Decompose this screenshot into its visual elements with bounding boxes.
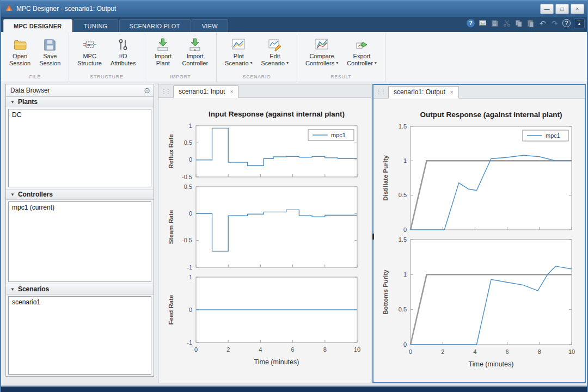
svg-text:c: c [358,44,360,48]
minimize-button[interactable]: — [540,4,554,14]
plants-section-label: Plants [18,98,38,106]
redo-icon[interactable]: ↷ [550,19,559,28]
cut-icon[interactable] [502,19,511,28]
ribbon-tabbar: MPC DESIGNER TUNING SCENARIO PLOT VIEW ?… [1,17,587,32]
svg-text:Bottoms Purity: Bottoms Purity [382,270,389,315]
edit-scenario-icon [268,37,282,52]
button-label-line: Attributes [111,60,136,67]
svg-text:6: 6 [506,348,509,355]
button-label-line: Compare [309,53,334,60]
subplot: 1.510.50mpc1Distillate Purity [378,123,580,236]
minimize-ribbon-button[interactable]: ▲ [574,19,585,28]
scenario-list-item[interactable]: scenario1 [9,297,151,308]
svg-text:1.5: 1.5 [399,123,407,130]
plot-scenario-icon [231,37,246,52]
controller-list-item[interactable]: mpc1 (current) [9,202,151,213]
help-circle-icon[interactable]: ? [562,19,571,28]
svg-text:Time (minutes): Time (minutes) [469,360,514,368]
close-tab-icon[interactable]: × [230,89,233,95]
svg-text:-0.5: -0.5 [182,174,192,180]
svg-text:0.5: 0.5 [399,306,407,313]
open-session-button[interactable]: Open Session [6,35,34,68]
svg-text:-1: -1 [187,264,192,271]
paste-icon[interactable] [526,19,535,28]
group-label-file: FILE [1,73,69,82]
tab-scenario1-input[interactable]: scenario1: Input × [173,85,238,98]
quick-access-toolbar: ? ↶ ↷ ? ▲ [466,17,585,32]
splitter-handle[interactable] [372,234,374,240]
edit-scenario-button[interactable]: Edit Scenario▾ [258,35,292,68]
titlebar: MPC Designer - scenario1: Output — □ × [1,1,587,17]
ribbon: Open Session Save Session FILE MPC [1,32,587,82]
button-label-line: Controllers▾ [305,60,338,67]
collapse-triangle-icon: ▼ [10,100,15,105]
input-doc-tabbar: ⋮⋮ scenario1: Input × [158,84,371,98]
help-icon[interactable]: ? [466,19,475,28]
drag-handle-icon[interactable]: ⋮⋮ [376,89,385,95]
button-label-line: Plot [234,53,244,60]
button-label-line: Controller [182,60,208,67]
output-response-title: Output Response (against internal plant) [411,111,572,119]
input-chart-area: Input Response (against internal plant) … [158,98,371,383]
io-attributes-button[interactable]: I/O Attributes [107,35,139,68]
controllers-list[interactable]: mpc1 (current) [8,201,151,282]
plants-list[interactable]: DC [8,109,151,187]
drag-handle-icon[interactable]: ⋮⋮ [161,88,170,94]
button-label-line: Structure [77,60,102,67]
input-document-panel: ⋮⋮ scenario1: Input × Input Response (ag… [158,84,371,383]
scenarios-section-header[interactable]: ▼ Scenarios [6,284,154,295]
plot-scenario-button[interactable]: Plot Scenario▾ [222,35,255,68]
mpc-structure-icon: MPC [83,37,97,52]
group-label-scenario: SCENARIO [217,73,297,82]
svg-text:Time (minutes): Time (minutes) [254,358,299,366]
dropdown-arrow-icon: ▾ [286,60,289,67]
button-label-text: Controllers [305,60,334,67]
screenshot-icon[interactable] [478,19,487,28]
button-label-line: Session [9,60,30,67]
copy-icon[interactable] [514,19,523,28]
button-label-line: MPC [83,53,96,60]
ribbon-group-result: Compare Controllers▾ c Export Controller… [297,32,385,82]
ribbon-group-file: Open Session Save Session FILE [1,32,69,82]
collapse-ribbon-icon: ▲ [578,22,581,26]
svg-text:1: 1 [403,271,407,278]
tab-scenario1-output[interactable]: scenario1: Output × [388,86,459,99]
compare-controllers-button[interactable]: Compare Controllers▾ [302,35,341,68]
button-label-text: Controller [347,60,373,67]
window-title: MPC Designer - scenario1: Output [16,5,538,13]
ribbon-group-structure: MPC MPC Structure I/O Attributes STRUCTU… [69,32,144,82]
svg-text:1.5: 1.5 [399,236,407,243]
import-plant-button[interactable]: Import Plant [149,35,176,68]
tab-scenario-plot[interactable]: SCENARIO PLOT [119,19,191,32]
undo-icon[interactable]: ↶ [538,19,547,28]
svg-text:0.5: 0.5 [399,192,407,198]
scenarios-list[interactable]: scenario1 [8,296,151,375]
svg-text:0: 0 [403,341,407,348]
mpc-structure-button[interactable]: MPC MPC Structure [74,35,105,68]
plant-list-item[interactable]: DC [9,109,151,120]
maximize-button[interactable]: □ [555,4,569,14]
tab-label: scenario1: Input [179,88,225,95]
panel-options-button[interactable]: ⊙ [144,87,150,94]
io-attributes-icon [116,37,130,52]
svg-text:c: c [194,48,196,51]
save-icon[interactable] [490,19,499,28]
tab-tuning[interactable]: TUNING [74,19,118,32]
dropdown-arrow-icon: ▾ [375,60,377,67]
export-controller-button[interactable]: c Export Controller▾ [344,35,380,68]
tab-mpc-designer[interactable]: MPC DESIGNER [3,19,72,32]
import-controller-button[interactable]: c Import Controller [179,35,211,68]
input-response-plots: 10.50-0.5mpc1Reflux Rate0.50-0.5-1Steam … [163,122,366,367]
save-session-button[interactable]: Save Session [36,35,64,68]
tab-view[interactable]: VIEW [192,19,228,32]
close-button[interactable]: × [571,4,584,14]
svg-text:Steam Rate: Steam Rate [168,210,174,244]
plants-section-header[interactable]: ▼ Plants [6,96,154,107]
output-response-plots: 1.510.50mpc1Distillate Purity1.510.50024… [378,123,580,370]
group-label-structure: STRUCTURE [69,73,144,82]
svg-text:0: 0 [409,348,412,355]
subplot: 10.50-0.5mpc1Reflux Rate [163,122,366,183]
svg-text:Feed Rate: Feed Rate [168,295,174,325]
close-tab-icon[interactable]: × [450,89,454,95]
controllers-section-header[interactable]: ▼ Controllers [6,189,154,200]
